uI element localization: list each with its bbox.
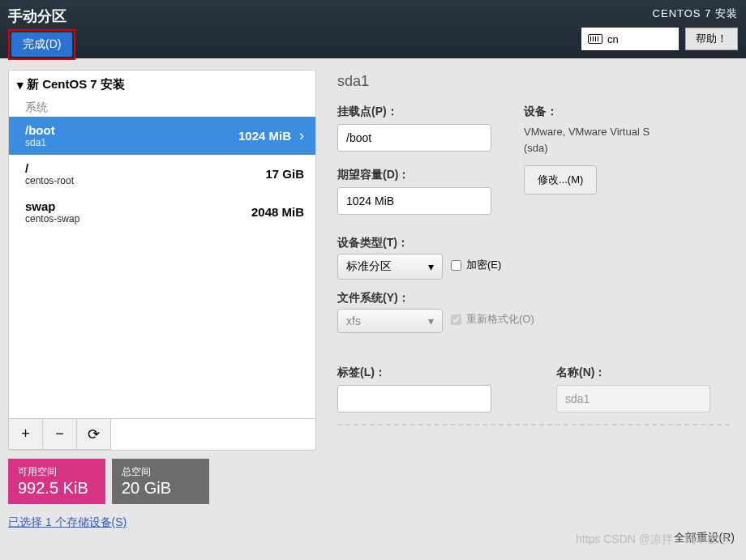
partition-tree: ▾ 新 CentOS 7 安装 系统 /boot sda1 1024 MiB ›… [8,70,316,451]
add-partition-button[interactable]: + [9,419,43,450]
installer-title: CENTOS 7 安装 [653,6,738,21]
name-input [556,385,710,413]
device-label: 设备： [524,105,670,119]
partition-device: centos-root [25,175,74,186]
partition-size: 1024 MiB [238,129,291,143]
done-button[interactable]: 完成(D) [11,32,72,57]
storage-devices-link[interactable]: 已选择 1 个存储设备(S) [8,515,126,530]
encrypt-label: 加密(E) [466,258,501,272]
device-title: sda1 [337,73,730,90]
keyboard-icon [588,34,602,44]
filesystem-label: 文件系统(Y)： [337,291,730,306]
filesystem-select[interactable]: xfs ▾ [337,309,443,333]
partition-toolbar: + − ⟳ [9,418,315,450]
partition-name: /boot [25,123,55,137]
chevron-right-icon: › [299,127,304,144]
help-button[interactable]: 帮助！ [685,28,738,50]
device-type-value: 标准分区 [346,259,392,274]
modify-button[interactable]: 修改...(M) [524,165,597,195]
remove-partition-button[interactable]: − [43,419,77,450]
chevron-down-icon: ▾ [428,260,434,273]
total-space-label: 总空间 [122,465,199,479]
mount-point-label: 挂载点(P)： [337,105,491,119]
mount-point-input[interactable] [337,124,491,152]
partition-details: sda1 挂载点(P)： 期望容量(D)： 设备： VMware, VMware… [329,70,738,451]
partition-device: centos-swap [25,213,79,224]
total-space-box: 总空间 20 GiB [112,459,209,504]
tree-section-label: 系统 [9,99,315,117]
reformat-checkbox-row: 重新格式化(O) [451,312,534,327]
device-type-select[interactable]: 标准分区 ▾ [337,254,443,280]
device-type-label: 设备类型(T)： [337,236,730,250]
tree-header[interactable]: ▾ 新 CentOS 7 安装 [9,71,315,99]
encrypt-checkbox-row[interactable]: 加密(E) [451,258,501,272]
partition-size: 2048 MiB [251,205,304,219]
available-space-label: 可用空间 [18,465,96,479]
available-space-box: 可用空间 992.5 KiB [8,459,105,504]
chevron-down-icon: ▾ [17,78,24,92]
capacity-label: 期望容量(D)： [337,168,491,182]
partition-name: swap [25,199,79,213]
done-highlight: 完成(D) [8,29,75,60]
partition-row[interactable]: /boot sda1 1024 MiB › [9,117,315,155]
filesystem-value: xfs [346,314,361,327]
watermark: https CSDN @凉拌…玛卡巴卡 [576,532,730,547]
name-label: 名称(N)： [556,365,710,380]
partition-row[interactable]: / centos-root 17 GiB [9,155,315,193]
chevron-down-icon: ▾ [428,314,434,327]
bottom-area: 可用空间 992.5 KiB 总空间 20 GiB 已选择 1 个存储设备(S) [0,451,746,530]
reformat-label: 重新格式化(O) [466,312,534,327]
capacity-input[interactable] [337,187,491,215]
partition-device: sda1 [25,137,55,148]
divider [337,424,730,425]
top-bar: 手动分区 完成(D) CENTOS 7 安装 cn 帮助！ [0,0,746,58]
partition-size: 17 GiB [265,167,304,181]
partition-row[interactable]: swap centos-swap 2048 MiB [9,193,315,231]
keyboard-layout-text: cn [607,33,619,45]
total-space-value: 20 GiB [122,479,199,498]
keyboard-indicator[interactable]: cn [581,28,679,50]
page-title: 手动分区 [8,6,75,26]
encrypt-checkbox[interactable] [451,260,461,271]
device-text: VMware, VMware Virtual S (sda) [524,124,670,156]
tag-label: 标签(L)： [337,365,491,380]
reformat-checkbox [451,314,461,325]
tag-input[interactable] [337,385,491,413]
tree-header-label: 新 CentOS 7 安装 [27,77,125,92]
available-space-value: 992.5 KiB [18,479,96,498]
partition-name: / [25,161,74,175]
reload-button[interactable]: ⟳ [77,419,111,450]
